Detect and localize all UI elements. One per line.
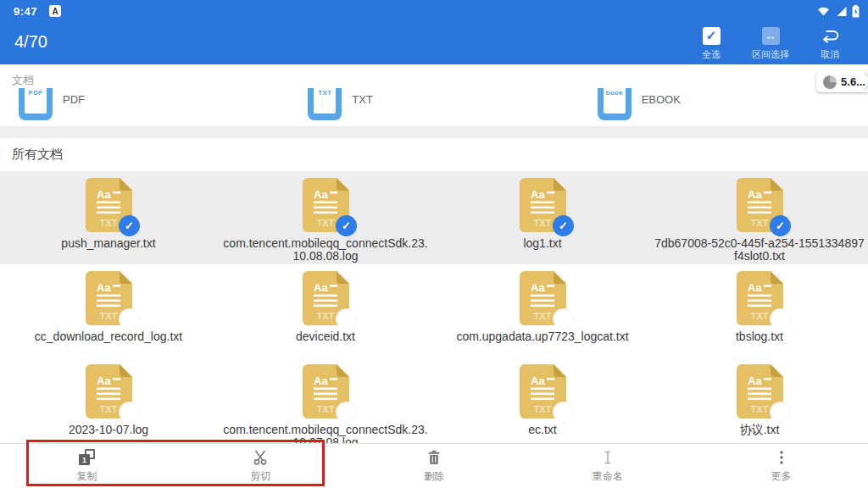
- svg-text:TXT: TXT: [751, 311, 769, 321]
- svg-text:TXT: TXT: [317, 404, 335, 414]
- file-item[interactable]: Aa TXT 2023-10-07.log: [0, 358, 217, 451]
- cut-scissors-icon: [252, 449, 269, 466]
- range-select-button[interactable]: ↔ 区间选择: [741, 25, 800, 61]
- more-dots-icon: [773, 449, 790, 466]
- delete-label: 删除: [424, 469, 444, 484]
- txt-document-icon: Aa TXT: [85, 364, 132, 419]
- copy-icon: 1: [79, 449, 95, 465]
- txt-document-icon: Aa TXT ✓: [302, 178, 349, 232]
- selection-check-circle[interactable]: ✓: [553, 215, 574, 236]
- file-item[interactable]: Aa TXT ✓ 7db67008-52c0-445f-a254-1551334…: [651, 171, 868, 264]
- selection-check-circle[interactable]: [553, 308, 574, 330]
- svg-text:Aa: Aa: [97, 188, 111, 201]
- category-pdf[interactable]: PDF PDF: [0, 88, 289, 126]
- section-separator: [0, 126, 868, 138]
- category-row: PDF PDF TXT TXT book EBOOK: [0, 88, 868, 126]
- selection-check-circle[interactable]: [553, 402, 574, 423]
- svg-text:Aa: Aa: [97, 281, 111, 294]
- storage-usage-badge[interactable]: 5.6...: [816, 71, 868, 92]
- selection-count: 4/70: [14, 32, 47, 52]
- svg-text:TXT: TXT: [100, 404, 118, 414]
- selection-check-circle[interactable]: ✓: [336, 215, 357, 236]
- selection-check-circle[interactable]: [119, 308, 140, 330]
- svg-text:TXT: TXT: [100, 218, 118, 228]
- file-name: cc_download_record_log.txt: [31, 330, 186, 343]
- category-pdf-label: PDF: [63, 93, 85, 106]
- file-item[interactable]: Aa TXT 协议.txt: [651, 358, 868, 451]
- file-name: log1.txt: [520, 237, 565, 250]
- category-ebook[interactable]: book EBOOK: [579, 88, 868, 126]
- notification-app-icon: A: [49, 5, 61, 17]
- svg-text:Aa: Aa: [314, 188, 328, 201]
- section-title-all-docs: 所有文档: [12, 147, 63, 163]
- range-select-label: 区间选择: [752, 48, 789, 61]
- txt-document-icon: Aa TXT ✓: [519, 178, 566, 232]
- status-bar: 9:47 A: [0, 0, 868, 22]
- bottom-toolbar: 1 复制 剪切: [0, 443, 868, 488]
- selection-check-circle[interactable]: [336, 308, 357, 330]
- select-all-label: 全选: [702, 48, 721, 61]
- svg-text:Aa: Aa: [531, 188, 545, 201]
- more-button[interactable]: 更多: [694, 444, 868, 488]
- rename-button[interactable]: 重命名: [520, 444, 694, 488]
- file-name: com.upgadata.up7723_logcat.txt: [453, 330, 632, 343]
- file-item[interactable]: Aa TXT tbslog.txt: [651, 264, 868, 358]
- selection-check-circle[interactable]: ✓: [770, 215, 791, 236]
- file-name: tbslog.txt: [732, 330, 787, 343]
- file-item[interactable]: Aa TXT com.upgadata.up7723_logcat.txt: [434, 264, 651, 358]
- copy-label: 复制: [76, 469, 97, 484]
- cancel-undo-icon: [820, 27, 840, 44]
- svg-text:Aa: Aa: [748, 374, 762, 387]
- file-item[interactable]: Aa TXT cc_download_record_log.txt: [0, 264, 217, 358]
- file-item[interactable]: Aa TXT ✓ log1.txt: [434, 171, 651, 264]
- status-icons: [816, 5, 860, 18]
- clock-time: 9:47: [14, 5, 37, 18]
- battery-charging-icon: [852, 5, 860, 18]
- txt-document-icon: Aa TXT ✓: [85, 178, 132, 232]
- rename-ibeam-icon: [599, 449, 616, 466]
- selection-check-circle[interactable]: [770, 308, 791, 330]
- file-manager-screen: 9:47 A 4/70 ✓ 全选 ↔ 区间选择: [0, 0, 868, 488]
- delete-trash-icon: [426, 449, 442, 466]
- file-item[interactable]: Aa TXT deviceid.txt: [217, 264, 434, 358]
- file-item[interactable]: Aa TXT ✓ push_manager.txt: [0, 171, 217, 264]
- svg-text:TXT: TXT: [534, 404, 552, 414]
- file-item[interactable]: Aa TXT com.tencent.mobileqq_connectSdk.2…: [217, 358, 434, 451]
- cancel-label: 取消: [821, 48, 839, 61]
- file-name: 2023-10-07.log: [65, 424, 152, 436]
- file-grid-row: Aa TXT 2023-10-07.log Aa: [0, 358, 868, 451]
- txt-document-icon: Aa TXT: [519, 271, 566, 325]
- ebook-file-icon: book: [598, 88, 632, 126]
- cut-button[interactable]: 剪切: [174, 444, 348, 488]
- rename-label: 重命名: [593, 469, 623, 484]
- txt-document-icon: Aa TXT ✓: [736, 178, 783, 232]
- copy-button[interactable]: 1 复制: [0, 444, 174, 488]
- delete-button[interactable]: 删除: [348, 444, 521, 488]
- cancel-button[interactable]: 取消: [800, 25, 860, 61]
- category-txt[interactable]: TXT TXT: [289, 88, 578, 126]
- selection-header: 4/70 ✓ 全选 ↔ 区间选择 取消: [0, 22, 868, 64]
- file-name: ec.txt: [525, 424, 559, 436]
- svg-text:TXT: TXT: [317, 218, 335, 228]
- svg-text:TXT: TXT: [751, 404, 769, 414]
- pdf-file-icon: PDF: [19, 88, 53, 126]
- selection-check-circle[interactable]: [770, 402, 791, 423]
- category-ebook-label: EBOOK: [642, 93, 681, 106]
- svg-text:Aa: Aa: [314, 374, 328, 387]
- all-docs-header: 所有文档: [0, 138, 868, 171]
- selection-check-circle[interactable]: [336, 402, 357, 423]
- range-select-icon: ↔: [762, 27, 780, 45]
- file-name: 协议.txt: [737, 424, 783, 436]
- file-name: push_manager.txt: [58, 237, 159, 250]
- txt-document-icon: Aa TXT: [302, 271, 349, 325]
- selection-check-circle[interactable]: ✓: [119, 215, 140, 236]
- file-item[interactable]: Aa TXT ec.txt: [434, 358, 651, 451]
- header-actions: ✓ 全选 ↔ 区间选择 取消: [682, 25, 860, 61]
- svg-text:TXT: TXT: [100, 311, 118, 321]
- svg-text:Aa: Aa: [748, 188, 762, 201]
- svg-text:TXT: TXT: [317, 311, 335, 321]
- selection-check-circle[interactable]: [119, 402, 140, 423]
- select-all-button[interactable]: ✓ 全选: [682, 25, 741, 61]
- wifi-icon: [816, 5, 831, 17]
- file-item[interactable]: Aa TXT ✓ com.tencent.mobileqq_connectSdk…: [217, 171, 434, 264]
